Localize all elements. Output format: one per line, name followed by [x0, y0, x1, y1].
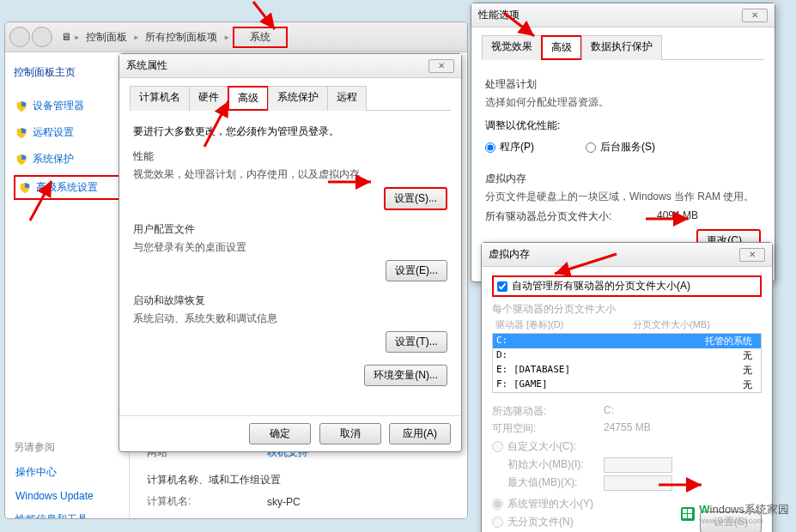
- breadcrumb-item[interactable]: 所有控制面板项: [142, 28, 221, 46]
- sidebar-link-protection[interactable]: 系统保护: [14, 148, 120, 170]
- see-also-windows-update[interactable]: Windows Update: [14, 487, 120, 505]
- vmem-title: 虚拟内存: [485, 172, 761, 186]
- see-also-section: 另请参阅 操作中心 Windows Update 性能信息和工具: [14, 440, 120, 519]
- vmem-titlebar[interactable]: 虚拟内存 ✕: [482, 243, 772, 267]
- apply-button[interactable]: 应用(A): [389, 423, 451, 444]
- see-also-heading: 另请参阅: [14, 440, 120, 455]
- control-panel-sidebar: 控制面板主页 设备管理器 远程设置 系统保护 高级系统设置 另请参阅 操作中心 …: [5, 52, 130, 518]
- radio-programs[interactable]: 程序(P): [485, 140, 534, 154]
- sidebar-title: 控制面板主页: [14, 65, 120, 80]
- radio-custom-size[interactable]: 自定义大小(C):: [492, 439, 762, 454]
- proc-sched-title: 处理器计划: [485, 77, 761, 92]
- radio-system-managed[interactable]: 系统管理的大小(Y): [492, 497, 700, 511]
- shield-icon: [19, 182, 31, 194]
- tab-advanced[interactable]: 高级: [228, 86, 269, 111]
- breadcrumb-icon: 🖥: [61, 31, 71, 43]
- vmem-dlg-title: 虚拟内存: [489, 247, 739, 262]
- cnd-heading: 计算机名称、域和工作组设置: [147, 473, 450, 487]
- sysprop-footer: 确定 取消 应用(A): [119, 415, 461, 451]
- tab-visual-effects[interactable]: 视觉效果: [482, 35, 542, 60]
- vmem-set-button[interactable]: 设置(S): [700, 511, 762, 532]
- perfopt-titlebar[interactable]: 性能选项 ✕: [471, 3, 775, 27]
- nav-back-button[interactable]: [9, 27, 30, 47]
- drive-row-e[interactable]: E: [DATABASE]无: [493, 363, 761, 378]
- system-properties-dialog: 系统属性 ✕ 计算机名 硬件 高级 系统保护 远程 要进行大多数更改，您必须作为…: [118, 53, 462, 452]
- computer-name-label: 计算机名:: [147, 494, 258, 509]
- tab-remote[interactable]: 远程: [327, 86, 367, 111]
- admin-note: 要进行大多数更改，您必须作为管理员登录。: [133, 124, 447, 139]
- proc-sched-desc: 选择如何分配处理器资源。: [485, 95, 761, 110]
- max-size-input[interactable]: [604, 475, 672, 491]
- breadcrumb-sep: ▸: [74, 31, 80, 43]
- vmem-desc: 分页文件是硬盘上的一块区域，Windows 当作 RAM 使用。: [485, 190, 761, 204]
- close-icon[interactable]: ✕: [739, 248, 765, 262]
- profile-settings-button[interactable]: 设置(E)...: [386, 260, 447, 281]
- shield-icon: [15, 100, 27, 112]
- profile-section-desc: 与您登录有关的桌面设置: [133, 240, 447, 255]
- list-heading: 每个驱动器的分页文件大小: [492, 302, 762, 317]
- perfopt-title: 性能选项: [478, 8, 742, 22]
- sidebar-link-device-manager[interactable]: 设备管理器: [14, 95, 120, 117]
- close-icon[interactable]: ✕: [742, 9, 768, 22]
- control-panel-titlebar: 🖥 ▸ 控制面板 ▸ 所有控制面板项 ▸ 系统: [5, 22, 467, 52]
- tab-dep[interactable]: 数据执行保护: [581, 35, 662, 60]
- computer-name-row: 计算机名: sky-PC: [147, 494, 450, 509]
- virtual-memory-dialog: 虚拟内存 ✕ 自动管理所有驱动器的分页文件大小(A) 每个驱动器的分页文件大小 …: [481, 242, 773, 532]
- startup-section-desc: 系统启动、系统失败和调试信息: [133, 311, 447, 326]
- cancel-button[interactable]: 取消: [319, 423, 381, 444]
- ok-button[interactable]: 确定: [249, 423, 311, 444]
- see-also-action-center[interactable]: 操作中心: [14, 462, 120, 483]
- shield-icon: [15, 127, 27, 139]
- nav-back-forward[interactable]: [9, 27, 52, 47]
- drive-list[interactable]: C: 托管的系统 D: 无 E: [DATABASE]无 F: [GAME]无: [492, 333, 762, 393]
- sysprop-titlebar[interactable]: 系统属性 ✕: [119, 54, 461, 78]
- performance-options-dialog: 性能选项 ✕ 视觉效果 高级 数据执行保护 处理器计划 选择如何分配处理器资源。…: [471, 3, 775, 282]
- breadcrumb-item-system[interactable]: 系统: [233, 27, 288, 48]
- perfopt-tabstrip: 视觉效果 高级 数据执行保护: [482, 34, 764, 60]
- tab-advanced-perf[interactable]: 高级: [541, 35, 582, 60]
- drive-row-f[interactable]: F: [GAME]无: [493, 378, 761, 392]
- radio-background-services[interactable]: 后台服务(S): [586, 140, 655, 154]
- vmem-total-row: 所有驱动器总分页文件大小: 4094 MB: [485, 209, 761, 224]
- sysprop-title: 系统属性: [126, 58, 428, 73]
- see-also-performance-info[interactable]: 性能信息和工具: [14, 509, 120, 519]
- initial-size-input[interactable]: [604, 457, 672, 473]
- auto-manage-checkbox[interactable]: 自动管理所有驱动器的分页文件大小(A): [492, 275, 762, 297]
- drive-row-c[interactable]: C: 托管的系统: [493, 334, 761, 348]
- perf-settings-button[interactable]: 设置(S)...: [384, 187, 447, 210]
- radio-no-paging[interactable]: 无分页文件(N): [492, 515, 700, 529]
- vmem-total-value: 4094 MB: [657, 209, 761, 224]
- sidebar-link-advanced-settings[interactable]: 高级系统设置: [14, 175, 120, 200]
- startup-section-title: 启动和故障恢复: [133, 293, 447, 308]
- tab-computer-name[interactable]: 计算机名: [130, 86, 190, 111]
- computer-name-value: sky-PC: [267, 496, 301, 508]
- shield-icon: [15, 154, 27, 166]
- breadcrumb[interactable]: 🖥 ▸ 控制面板 ▸ 所有控制面板项 ▸ 系统: [61, 27, 288, 48]
- env-vars-button[interactable]: 环境变量(N)...: [364, 365, 447, 386]
- tab-hardware[interactable]: 硬件: [189, 86, 228, 111]
- tab-protection[interactable]: 系统保护: [268, 86, 328, 111]
- sidebar-link-remote[interactable]: 远程设置: [14, 122, 120, 143]
- startup-settings-button[interactable]: 设置(T)...: [386, 331, 447, 353]
- close-icon[interactable]: ✕: [428, 59, 454, 73]
- profile-section-title: 用户配置文件: [133, 222, 447, 237]
- drive-list-header: 驱动器 [卷标](D) 分页文件大小(MB): [492, 317, 762, 333]
- perf-section-desc: 视觉效果，处理器计划，内存使用，以及虚拟内存: [133, 167, 447, 182]
- breadcrumb-item[interactable]: 控制面板: [82, 28, 131, 46]
- proc-sched-adjust: 调整以优化性能:: [485, 118, 761, 133]
- nav-forward-button[interactable]: [32, 27, 52, 47]
- drive-row-d[interactable]: D: 无: [493, 348, 761, 363]
- perf-section-title: 性能: [133, 149, 447, 164]
- sysprop-tabstrip: 计算机名 硬件 高级 系统保护 远程: [130, 85, 451, 111]
